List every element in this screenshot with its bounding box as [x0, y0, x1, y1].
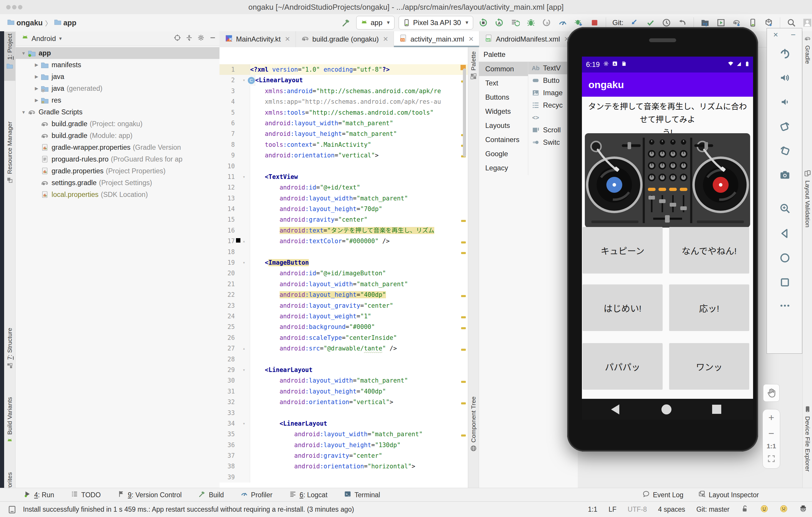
- editor-tab-mainactivity-kt[interactable]: KMainActivity.kt✕: [220, 31, 296, 47]
- editor-tab-activity-main-xml[interactable]: <>activity_main.xml✕: [394, 31, 480, 47]
- palette-category-widgets[interactable]: Widgets: [479, 104, 528, 118]
- code-line-14[interactable]: 14 android:layout_height="70dp": [220, 204, 468, 214]
- fold-marker[interactable]: ▾: [241, 257, 247, 268]
- tool-window-button-terminal[interactable]: >_Terminal: [344, 490, 380, 499]
- debug-icon[interactable]: [525, 17, 537, 29]
- tool-window-tab-build-variants[interactable]: Build Variants: [4, 395, 15, 471]
- search-everywhere-icon[interactable]: [785, 17, 797, 29]
- tree-item-java[interactable]: ▶java(generated): [16, 83, 220, 94]
- code-line-30[interactable]: 30 android:layout_width="match_parent": [220, 375, 468, 386]
- build-hammer-icon[interactable]: [340, 17, 352, 29]
- palette-category-text[interactable]: Text: [479, 76, 528, 90]
- code-line-18[interactable]: 18: [220, 247, 468, 257]
- tool-window-tab-gradle[interactable]: Gradle: [803, 35, 812, 99]
- fold-marker[interactable]: ▾: [241, 172, 247, 182]
- sound-button-2-0[interactable]: パパパッ: [582, 343, 663, 390]
- tree-item-build-gradle[interactable]: build.gradle(Module: app): [16, 130, 220, 142]
- code-line-29[interactable]: 29▾ <LinearLayout: [220, 365, 468, 375]
- device-selector[interactable]: Pixel 3a API 30▼: [399, 16, 473, 29]
- close-tab-icon[interactable]: ✕: [468, 35, 474, 43]
- hide-panel-icon[interactable]: [209, 34, 216, 43]
- pan-hand-icon[interactable]: [763, 384, 780, 402]
- code-line-21[interactable]: 21 android:layout_width="match_parent": [220, 279, 468, 289]
- tool-window-button-event-log[interactable]: Event Log: [642, 490, 684, 499]
- palette-category-google[interactable]: Google: [479, 147, 528, 161]
- tree-item-gradle-properties[interactable]: gradle.properties(Project Properties): [16, 165, 220, 177]
- attach-debugger-icon[interactable]: [573, 17, 584, 29]
- code-line-37[interactable]: 37 android:gravity="center": [220, 450, 468, 461]
- code-line-28[interactable]: 28: [220, 354, 468, 365]
- code-line-19[interactable]: 19▾ <ImageButton: [220, 257, 468, 268]
- tree-item-local-properties[interactable]: local.properties(SDK Location): [16, 189, 220, 200]
- history-clock-icon[interactable]: [661, 17, 672, 29]
- emulator-back-icon[interactable]: [767, 226, 803, 241]
- code-line-23[interactable]: 23 android:layout_gravity="center": [220, 300, 468, 311]
- emulator-zoom-icon[interactable]: [767, 201, 803, 216]
- warning-stripe-mark[interactable]: [461, 220, 466, 222]
- breadcrumb-module[interactable]: app: [54, 18, 76, 27]
- code-line-31[interactable]: 31 android:layout_height="400dp": [220, 386, 468, 397]
- tree-item-gradle-scripts[interactable]: ▼Gradle Scripts: [16, 106, 220, 118]
- fit-screen-button[interactable]: [763, 454, 780, 464]
- sdk-manager-icon[interactable]: [763, 17, 775, 29]
- emulator-power-icon[interactable]: [767, 46, 803, 61]
- warning-stripe-mark[interactable]: [461, 241, 466, 243]
- breadcrumb-project[interactable]: ongaku: [7, 18, 43, 27]
- device-manager-icon[interactable]: [747, 17, 759, 29]
- tree-item-settings-gradle[interactable]: settings.gradle(Project Settings): [16, 177, 220, 189]
- sound-button-0-1[interactable]: なんでやねん!: [669, 227, 749, 274]
- code-line-27[interactable]: 27▴ android:src="@drawable/tante" />: [220, 343, 468, 354]
- locate-target-icon[interactable]: [174, 34, 181, 43]
- actual-size-button[interactable]: 1:1: [763, 442, 780, 450]
- apply-code-changes-icon[interactable]: A: [493, 17, 505, 29]
- encoding[interactable]: UTF-8: [628, 506, 647, 514]
- home-icon[interactable]: [662, 404, 671, 414]
- warning-stripe-mark[interactable]: [461, 381, 466, 383]
- tree-item-java[interactable]: ▶java: [16, 71, 220, 83]
- code-line-16[interactable]: 16 android:text="タンテを押して音楽を再生し、リズム: [220, 225, 468, 236]
- emulator-more-icon[interactable]: [767, 298, 803, 313]
- tool-window-button-profiler[interactable]: Profiler: [240, 490, 272, 499]
- code-line-2[interactable]: 2▾C<LinearLayout: [220, 75, 468, 85]
- code-line-6[interactable]: 6 android:layout_width="match_parent": [220, 118, 468, 128]
- editor-tab-build-gradle--ongaku-[interactable]: build.gradle (ongaku)✕: [296, 31, 394, 47]
- line-ending[interactable]: LF: [608, 506, 616, 514]
- code-line-5[interactable]: 5 xmlns:tools="http://schemas.android.co…: [220, 107, 468, 118]
- warning-stripe-mark[interactable]: [461, 252, 466, 254]
- code-line-12[interactable]: 12 android:id="@+id/text": [220, 182, 468, 193]
- code-line-4[interactable]: 4 xmlns:app="http://schemas.android.com/…: [220, 96, 468, 107]
- code-line-11[interactable]: 11▾ <TextView: [220, 172, 468, 182]
- update-project-icon[interactable]: [629, 17, 640, 29]
- tool-window-button---version-control[interactable]: 9: Version Control: [117, 490, 182, 499]
- code-line-13[interactable]: 13 android:layout_width="match_parent": [220, 193, 468, 204]
- project-view-selector[interactable]: Android: [31, 34, 56, 43]
- editor-scrollbar[interactable]: [463, 68, 466, 157]
- code-line-10[interactable]: 10: [220, 161, 468, 172]
- palette-category-containers[interactable]: Containers: [479, 133, 528, 147]
- emulator-screen[interactable]: 6:19 A ongaku タンテを押して音楽を再生し、リズムに合わせて押してみ…: [582, 57, 753, 420]
- rollback-icon[interactable]: [676, 17, 688, 29]
- tree-item-app[interactable]: ▼app: [16, 47, 220, 59]
- overview-icon[interactable]: [712, 405, 721, 414]
- gradle-sync-icon[interactable]: [731, 17, 743, 29]
- code-line-25[interactable]: 25 android:background="#0000": [220, 322, 468, 332]
- emulator-rotate-right-icon[interactable]: [767, 143, 803, 158]
- editor-tab-androidmanifest-xml[interactable]: MFAndroidManifest.xml✕: [480, 31, 575, 47]
- code-line-26[interactable]: 26 android:scaleType="centerInside": [220, 333, 468, 343]
- fold-marker[interactable]: ▾: [241, 365, 247, 375]
- profiler-gauge-icon[interactable]: [557, 17, 569, 29]
- code-line-15[interactable]: 15 android:gravity="center": [220, 214, 468, 225]
- project-structure-icon[interactable]: [699, 17, 711, 29]
- emulator-overview-icon[interactable]: [767, 275, 803, 290]
- code-line-22[interactable]: 22 android:layout_height="400dp": [220, 289, 468, 300]
- commit-check-icon[interactable]: [645, 17, 657, 29]
- tool-window-button---logcat[interactable]: 6: Logcat: [289, 490, 328, 499]
- component-tree-vertical-tab[interactable]: Component Tree: [468, 397, 479, 453]
- warning-stripe-mark[interactable]: [461, 295, 466, 297]
- window-toggle-icon[interactable]: [8, 505, 17, 515]
- incognito-icon[interactable]: [799, 505, 807, 515]
- indent-setting[interactable]: 4 spaces: [658, 506, 685, 514]
- close-tab-icon[interactable]: ✕: [383, 35, 388, 43]
- run-tasks-icon[interactable]: [509, 17, 521, 29]
- palette-category-legacy[interactable]: Legacy: [479, 161, 528, 175]
